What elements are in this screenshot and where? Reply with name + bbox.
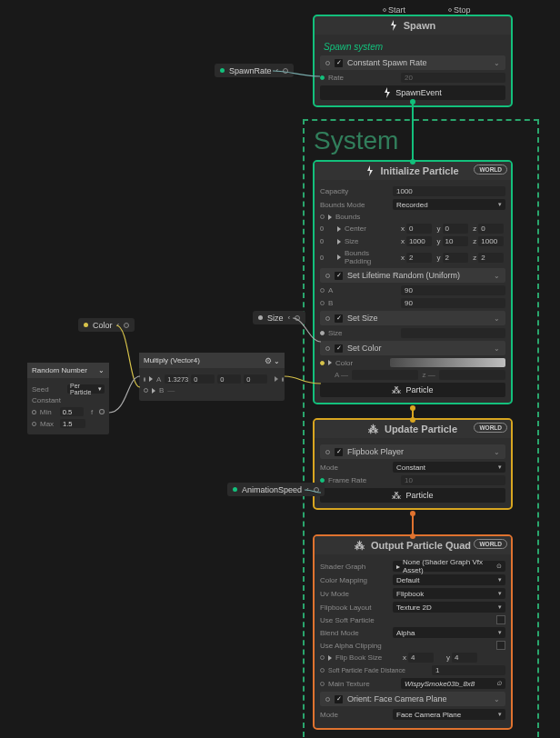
rn-output-port[interactable] <box>99 409 105 414</box>
uv-select[interactable]: Flipbook▾ <box>393 588 505 599</box>
cm-select[interactable]: Default▾ <box>393 574 505 585</box>
rate-field[interactable]: 20 <box>401 73 505 83</box>
center-z-field[interactable]: 0 <box>478 224 504 234</box>
seed-label: Seed <box>32 385 64 394</box>
set-lifetime-header[interactable]: ✓Set Lifetime Random (Uniform)⌄ <box>320 268 505 283</box>
size-label: Size <box>345 237 397 245</box>
rn-out-label: f <box>91 408 93 416</box>
center-x-field[interactable]: 0 <box>406 224 432 234</box>
uv-label: Uv Mode <box>320 590 389 598</box>
lifetime-b-field[interactable]: 90 <box>401 298 505 308</box>
alpha-clip-check[interactable] <box>496 641 505 650</box>
output-quad-node[interactable]: ⁂ Output Particle Quad WORLD Shader Grap… <box>315 536 511 728</box>
chevron-down-icon[interactable]: ⌄ <box>274 357 280 365</box>
particle-icon: ⁂ <box>392 385 401 395</box>
color-port[interactable] <box>320 361 325 365</box>
set-size-header[interactable]: ✓Set Size⌄ <box>320 311 505 325</box>
mul-a-x[interactable]: 1.3273 <box>165 374 188 384</box>
main-tex-select[interactable]: WispySmoke03b_8x8⊙ <box>401 678 505 689</box>
max-port[interactable] <box>32 422 36 426</box>
color-gradient[interactable] <box>390 358 505 367</box>
init-footer[interactable]: ⁂Particle <box>320 383 505 397</box>
framerate-field[interactable]: 10 <box>401 475 505 485</box>
color-pill[interactable]: Color‹ <box>78 318 135 332</box>
framerate-label: Frame Rate <box>328 476 397 484</box>
gear-icon[interactable]: ⚙ <box>265 356 272 365</box>
bp-x-field[interactable]: 2 <box>406 253 432 263</box>
output-port[interactable] <box>295 315 300 321</box>
size-x-field[interactable]: 1000 <box>406 236 432 246</box>
use-soft-particle-check[interactable] <box>496 615 505 624</box>
color-extra-z[interactable] <box>439 370 505 380</box>
spawn-rate-pill[interactable]: SpawnRate‹ <box>215 64 294 77</box>
bp-y-field[interactable]: 2 <box>443 253 468 263</box>
particle-icon: ⁂ <box>355 540 365 552</box>
output-port[interactable] <box>283 68 288 74</box>
update-mode-select[interactable]: Constant▾ <box>393 462 505 473</box>
size-z-field[interactable]: 1000 <box>478 236 504 246</box>
flipbook-header[interactable]: ✓Flipbook Player⌄ <box>320 444 505 459</box>
mul-header: Multiply (Vector4)⚙ ⌄ <box>139 353 285 368</box>
size-pill[interactable]: Size‹ <box>253 311 305 324</box>
output-port[interactable] <box>124 323 129 328</box>
cm-label: Color Mapping <box>320 576 389 584</box>
center-y-field[interactable]: 0 <box>443 224 468 234</box>
color-extra-a[interactable] <box>352 370 418 380</box>
init-header: Initialize Particle WORLD <box>315 162 511 180</box>
bp-z-field[interactable]: 2 <box>478 253 504 263</box>
mul-a-w[interactable]: 0 <box>244 374 267 384</box>
chevron-down-icon: ▾ <box>498 590 502 597</box>
mul-b-port[interactable] <box>144 388 148 393</box>
fb-y-field[interactable]: 4 <box>452 653 477 663</box>
fb-x-field[interactable]: 4 <box>408 653 434 663</box>
capacity-field[interactable]: 1000 <box>393 186 505 196</box>
seed-select[interactable]: Per Particle▾ <box>67 384 105 394</box>
mul-a-z[interactable]: 0 <box>217 374 241 384</box>
bounds-mode-select[interactable]: Recorded▾ <box>393 199 505 210</box>
spawnevent-footer[interactable]: SpawnEvent <box>320 85 505 100</box>
multiply-node[interactable]: Multiply (Vector4)⚙ ⌄ A 1.3273 0 0 0 B— <box>139 353 285 401</box>
setsize-field[interactable] <box>401 328 505 338</box>
max-label: Max <box>40 420 56 428</box>
min-port[interactable] <box>32 410 36 414</box>
blend-select[interactable]: Alpha▾ <box>393 627 505 638</box>
stop-marker: Stop <box>448 5 471 15</box>
init-particle-node[interactable]: Initialize Particle WORLD Capacity1000 B… <box>315 162 511 403</box>
center-label: Center <box>345 224 397 233</box>
max-field[interactable]: 1.5 <box>60 419 85 428</box>
spawn-const-rate-header[interactable]: ✓ Constant Spawn Rate ⌄ <box>320 55 505 70</box>
mul-a-y[interactable]: 0 <box>191 374 215 384</box>
soft-fade-field[interactable]: 1 <box>432 665 505 675</box>
update-footer[interactable]: ⁂Particle <box>320 488 505 503</box>
sg-select[interactable]: ▸None (Shader Graph Vfx Asset)⊙ <box>393 561 505 572</box>
chevron-down-icon: ⌄ <box>494 272 500 280</box>
fb-layout-select[interactable]: Texture 2D▾ <box>393 602 505 613</box>
output-port[interactable] <box>314 487 319 493</box>
update-header: ⁂ Update Particle WORLD <box>315 420 511 438</box>
size-port[interactable] <box>320 331 325 335</box>
orient-mode-label: Mode <box>320 711 389 719</box>
mul-b-value: — <box>167 386 280 394</box>
rate-port[interactable] <box>320 75 325 80</box>
update-particle-node[interactable]: ⁂ Update Particle WORLD ✓Flipbook Player… <box>315 420 511 508</box>
orient-mode-select[interactable]: Face Camera Plane▾ <box>393 709 505 720</box>
mul-a-port[interactable] <box>144 377 145 382</box>
set-color-header[interactable]: ✓Set Color⌄ <box>320 341 505 355</box>
spawn-node[interactable]: Spawn Spawn system ✓ Constant Spawn Rate… <box>315 16 511 105</box>
size-y-field[interactable]: 10 <box>443 236 468 246</box>
chevron-down-icon: ⌄ <box>494 695 500 703</box>
system-label: System <box>314 126 398 155</box>
target-icon[interactable]: ⊙ <box>496 563 502 570</box>
orient-header[interactable]: ✓Orient: Face Camera Plane⌄ <box>320 692 505 706</box>
mul-out-port[interactable] <box>282 377 284 382</box>
anim-speed-pill[interactable]: AnimationSpeed‹ <box>227 483 325 496</box>
lifetime-a-field[interactable]: 90 <box>401 285 505 295</box>
chevron-down-icon[interactable]: ⌄ <box>98 366 105 374</box>
target-icon[interactable]: ⊙ <box>496 680 502 687</box>
random-number-node[interactable]: Random Number⌄ SeedPer Particle▾ Constan… <box>27 363 109 434</box>
min-field[interactable]: 0.5 <box>60 407 84 416</box>
constant-label: Constant <box>32 396 105 404</box>
chevron-down-icon: ▾ <box>498 629 502 636</box>
particle-icon: ⁂ <box>368 424 378 435</box>
mul-a-v4: 1.3273 0 0 0 <box>165 374 267 384</box>
